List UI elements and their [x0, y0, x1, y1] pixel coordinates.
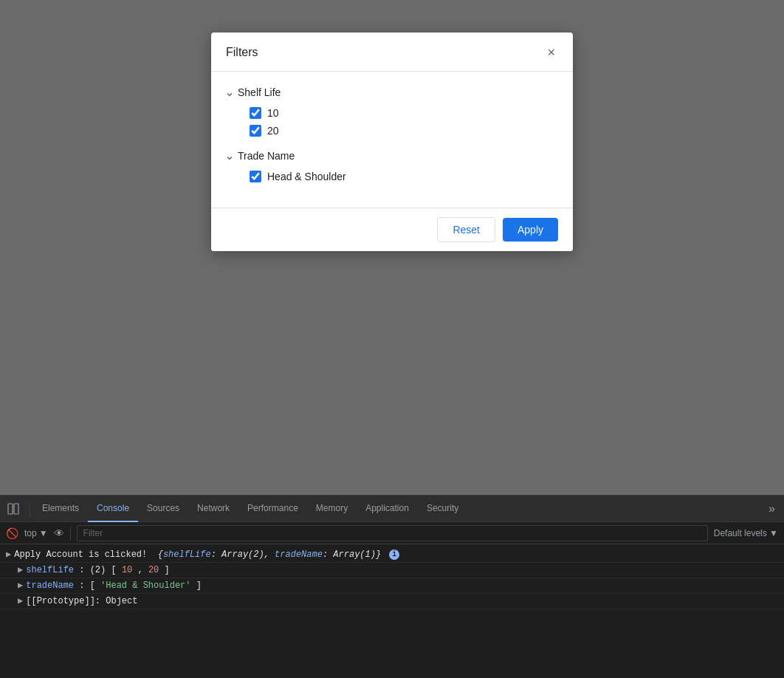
- svg-rect-0: [8, 504, 13, 514]
- prototype-text: [[Prototype]]: Object: [26, 595, 778, 608]
- trade-name-item-label: Head & Shoulder: [267, 171, 346, 182]
- shelf-life-key: shelfLife: [26, 565, 74, 575]
- expand-icon-2[interactable]: ▶: [18, 564, 23, 577]
- devtools-tab-bar: Elements Console Sources Network Perform…: [0, 496, 784, 522]
- filter-group-trade-name: Trade Name Head & Shoulder: [226, 147, 558, 185]
- default-levels-button[interactable]: Default levels ▼: [714, 528, 778, 538]
- console-filter-input[interactable]: [77, 525, 708, 541]
- dialog-header: Filters ×: [211, 32, 573, 72]
- devtools-panel: Elements Console Sources Network Perform…: [0, 495, 784, 678]
- console-output: ▶ Apply Account is clicked! {shelfLife: …: [0, 544, 784, 678]
- devtools-toolbar: 🚫 top ▼ 👁 Default levels ▼: [0, 522, 784, 544]
- filter-dialog: Filters × Shelf Life 10: [211, 32, 573, 251]
- dialog-body: Shelf Life 10 20: [211, 72, 573, 208]
- more-tabs-button[interactable]: »: [763, 496, 781, 522]
- modal-overlay: Filters × Shelf Life 10: [0, 0, 784, 495]
- shelf-life-header[interactable]: Shelf Life: [226, 83, 558, 101]
- clear-console-icon[interactable]: 🚫: [6, 527, 18, 539]
- dialog-title: Filters: [226, 46, 258, 59]
- close-button[interactable]: ×: [544, 44, 558, 61]
- top-label: top: [24, 528, 37, 538]
- chevron-down-icon-top: ▼: [39, 528, 48, 538]
- apply-button[interactable]: Apply: [503, 218, 558, 242]
- shelf-life-val-20: 20: [148, 565, 159, 575]
- shelf-life-item-10[interactable]: 10: [250, 104, 558, 122]
- expand-icon-3[interactable]: ▶: [18, 579, 23, 592]
- shelf-life-item-20[interactable]: 20: [250, 122, 558, 140]
- toolbar-divider: [70, 527, 71, 540]
- shelf-life-item-20-label: 20: [267, 125, 279, 137]
- tab-console[interactable]: Console: [88, 496, 138, 522]
- tab-separator: [30, 501, 30, 516]
- tab-network[interactable]: Network: [188, 496, 238, 522]
- tab-performance[interactable]: Performance: [238, 496, 307, 522]
- eye-icon[interactable]: 👁: [54, 527, 64, 539]
- console-text-clicked: Apply Account is clicked!: [14, 549, 152, 560]
- tab-memory[interactable]: Memory: [307, 496, 357, 522]
- trade-name-key: tradeName: [26, 581, 74, 591]
- devtools-toggle-icon[interactable]: [3, 499, 24, 519]
- info-icon-1: i: [389, 549, 399, 560]
- trade-name-items: Head & Shoulder: [226, 168, 558, 185]
- tab-application[interactable]: Application: [357, 496, 418, 522]
- trade-name-item-head-shoulder[interactable]: Head & Shoulder: [250, 168, 558, 185]
- console-line-4: ▶ [[Prototype]]: Object: [0, 594, 784, 609]
- shelf-life-checkbox-10[interactable]: [250, 107, 261, 119]
- filter-group-shelf-life: Shelf Life 10 20: [226, 83, 558, 140]
- top-context-selector[interactable]: top ▼: [24, 528, 48, 538]
- tab-security[interactable]: Security: [418, 496, 467, 522]
- reset-button[interactable]: Reset: [437, 217, 495, 242]
- tab-sources[interactable]: Sources: [138, 496, 188, 522]
- console-line-1: ▶ Apply Account is clicked! {shelfLife: …: [0, 547, 784, 563]
- chevron-down-icon-2: [226, 152, 233, 160]
- trade-name-label: Trade Name: [238, 150, 295, 162]
- expand-icon-1[interactable]: ▶: [6, 548, 11, 561]
- dialog-footer: Reset Apply: [211, 208, 573, 251]
- svg-rect-1: [14, 504, 18, 514]
- shelf-life-checkbox-20[interactable]: [250, 125, 261, 137]
- trade-name-checkbox-head-shoulder[interactable]: [250, 171, 261, 182]
- console-object-1: {shelfLife: Array(2), tradeName: Array(1…: [158, 549, 381, 560]
- trade-name-header[interactable]: Trade Name: [226, 147, 558, 165]
- tab-elements[interactable]: Elements: [33, 496, 88, 522]
- trade-name-val: 'Head & Shoulder': [100, 581, 190, 591]
- console-line-3: ▶ tradeName : [ 'Head & Shoulder' ]: [0, 578, 784, 594]
- shelf-life-items: 10 20: [226, 104, 558, 140]
- shelf-life-item-10-label: 10: [267, 107, 279, 119]
- chevron-down-icon: [226, 89, 233, 96]
- expand-icon-4[interactable]: ▶: [18, 595, 23, 608]
- shelf-life-label: Shelf Life: [238, 86, 281, 98]
- shelf-life-val-10: 10: [122, 565, 132, 575]
- console-line-2: ▶ shelfLife : (2) [ 10 , 20 ]: [0, 563, 784, 578]
